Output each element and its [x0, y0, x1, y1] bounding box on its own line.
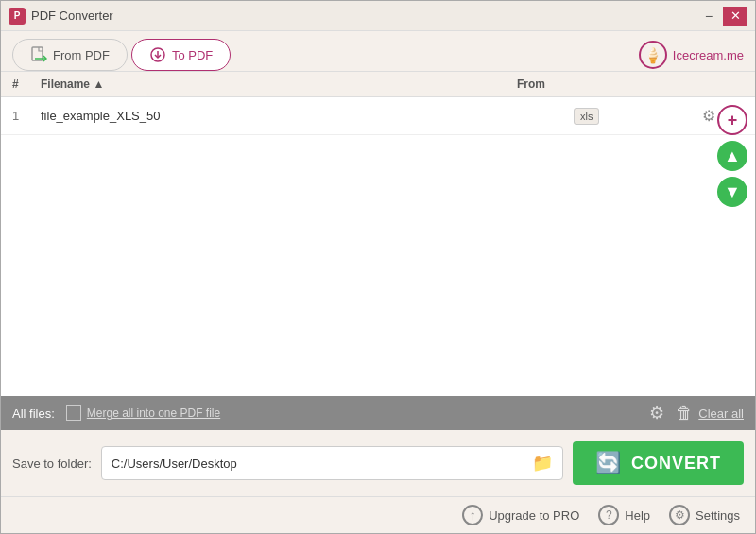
table-body: 1 file_example_XLS_50 xls ⚙ 🗑 + ▲ ▼	[1, 97, 755, 396]
row-num: 1	[12, 109, 41, 123]
help-label: Help	[625, 508, 650, 523]
minimize-button[interactable]: −	[696, 7, 721, 26]
brand-label: Icecream.me	[673, 48, 744, 62]
close-button[interactable]: ✕	[723, 7, 747, 26]
to-pdf-label: To PDF	[172, 48, 213, 62]
from-pdf-label: From PDF	[53, 48, 110, 62]
footer: ↑ Upgrade to PRO ? Help ⚙ Settings	[1, 496, 755, 533]
move-up-button[interactable]: ▲	[717, 141, 747, 171]
trash-icon: 🗑	[676, 404, 693, 423]
main-window: P PDF Converter − ✕ From PDF	[0, 0, 756, 534]
row-filename: file_example_XLS_50	[41, 109, 574, 123]
save-input-area[interactable]: C:/Users/User/Desktop 📁	[101, 446, 563, 480]
bottom-bar: All files: Merge all into one PDF file ⚙…	[1, 396, 755, 430]
tabs-container: From PDF To PDF	[12, 39, 231, 71]
move-down-button[interactable]: ▼	[717, 177, 747, 207]
all-files-label: All files:	[12, 406, 55, 421]
tab-bar: From PDF To PDF 🍦 Icecream.me	[1, 31, 755, 72]
add-file-button[interactable]: +	[717, 105, 747, 135]
convert-button[interactable]: 🔄 CONVERT	[573, 441, 744, 485]
row-from: xls	[574, 109, 649, 123]
settings-row-button[interactable]: ⚙	[700, 105, 717, 127]
merge-label[interactable]: Merge all into one PDF file	[87, 406, 220, 420]
folder-browse-icon[interactable]: 📁	[532, 453, 553, 474]
help-button[interactable]: ? Help	[598, 505, 650, 525]
save-path-text: C:/Users/User/Desktop	[112, 456, 526, 471]
save-row: Save to folder: C:/Users/User/Desktop 📁 …	[1, 430, 755, 496]
settings-button[interactable]: ⚙ Settings	[669, 505, 740, 525]
tab-to-pdf[interactable]: To PDF	[131, 39, 231, 71]
title-bar-controls: − ✕	[696, 7, 747, 26]
convert-refresh-icon: 🔄	[595, 451, 622, 475]
merge-check-box[interactable]	[66, 405, 81, 421]
file-table-area: # Filename ▲ From 1 file_example_XLS_50 …	[1, 72, 755, 396]
brand-icon: 🍦	[639, 41, 667, 69]
title-bar: P PDF Converter − ✕	[1, 1, 755, 31]
table-header: # Filename ▲ From	[1, 72, 755, 97]
convert-label: CONVERT	[631, 454, 721, 474]
upgrade-pro-label: Upgrade to PRO	[489, 508, 579, 523]
col-header-from: From	[517, 78, 630, 91]
save-to-folder-label: Save to folder:	[12, 456, 92, 471]
clear-all-button[interactable]: 🗑 Clear all	[676, 404, 744, 423]
format-badge: xls	[574, 108, 599, 125]
upgrade-icon: ↑	[462, 505, 483, 525]
sort-icon: ▲	[93, 78, 104, 91]
settings-icon: ⚙	[669, 505, 690, 525]
col-header-filename: Filename ▲	[41, 78, 517, 91]
right-action-buttons: + ▲ ▼	[717, 97, 747, 207]
table-row: 1 file_example_XLS_50 xls ⚙ 🗑	[1, 97, 755, 135]
from-pdf-icon	[30, 46, 47, 63]
tab-from-pdf[interactable]: From PDF	[12, 39, 128, 71]
col-header-actions	[630, 78, 744, 91]
merge-checkbox[interactable]: Merge all into one PDF file	[66, 405, 220, 421]
brand-area: 🍦 Icecream.me	[639, 41, 744, 69]
settings-bottom-button[interactable]: ⚙	[649, 403, 664, 423]
help-icon: ?	[598, 505, 619, 525]
clear-all-label: Clear all	[698, 406, 744, 421]
window-title: PDF Converter	[31, 9, 113, 23]
to-pdf-icon	[149, 46, 166, 63]
settings-label: Settings	[696, 508, 740, 523]
app-icon: P	[9, 8, 26, 25]
title-bar-left: P PDF Converter	[9, 8, 113, 25]
upgrade-pro-button[interactable]: ↑ Upgrade to PRO	[462, 505, 579, 525]
col-header-num: #	[12, 78, 41, 91]
